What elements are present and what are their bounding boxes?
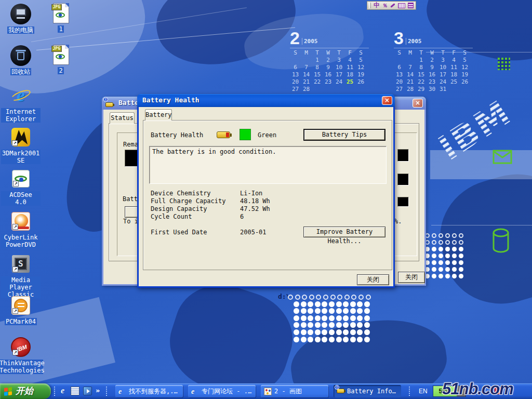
calendar-february: 2 2005 SMTWTFS12345678910111213141516171… — [290, 29, 369, 93]
calendar-day-cell: 13 — [394, 71, 405, 78]
calendar-day-cell: 1 — [416, 57, 427, 64]
desktop-icon-recycle-bin[interactable]: 回收站 — [1, 44, 41, 75]
start-button[interactable]: 开始 — [0, 383, 51, 399]
desktop-icon-thinkvantage[interactable]: ↗ThinkVantage Technologies — [1, 336, 41, 374]
desktop-icon-label: 我的电脑 — [7, 26, 34, 34]
jpg-1-icon — [53, 3, 69, 23]
calendar-day-cell: 27 — [290, 86, 301, 93]
battery-tips-button[interactable]: Battery Tips — [303, 129, 385, 141]
windows-flag-icon — [4, 387, 12, 396]
front-titlebar[interactable]: Battery Health × — [137, 94, 395, 107]
calendar-day-cell: 13 — [290, 71, 301, 78]
detail-row: Device ChemistryLi-Ion — [151, 188, 379, 196]
ime-language-bar[interactable]: 中 ％ — [367, 1, 416, 10]
calendar-day-cell: 9 — [427, 64, 437, 71]
desktop-icon-jpg-1[interactable]: 1 — [41, 2, 81, 33]
desktop-icon-3dmark2001-se[interactable]: ↗3DMark2001 SE — [1, 126, 41, 164]
quicklaunch-app-icon[interactable] — [71, 387, 79, 395]
calendar-day-header: M — [405, 49, 416, 57]
calendar-day-cell: 6 — [290, 64, 301, 71]
quicklaunch-overflow-chevron[interactable]: » — [96, 386, 100, 395]
condition-text: The battery is in good condition. — [150, 147, 386, 157]
back-close-button-bottom[interactable]: 关闭 — [398, 272, 425, 283]
calendar-day-header: T — [437, 49, 448, 57]
desktop-icon-internet-explorer[interactable]: Internet Explorer — [1, 84, 41, 123]
calendar-day-cell: 10 — [334, 64, 344, 71]
calendar-day-cell: 7 — [405, 64, 416, 71]
calendar-day-cell: 3 — [334, 57, 344, 64]
calendar-march: 3 2005 SMTWTFS12345678910111213141516171… — [394, 29, 473, 93]
ime-halfwidth-button[interactable]: ％ — [382, 2, 388, 9]
calendar-empty-cell — [301, 57, 312, 64]
desktop-icon-label: ACDSee 4.0 — [1, 191, 41, 206]
calendar-day-header: T — [312, 49, 323, 57]
calendar-day-cell: 4 — [448, 57, 459, 64]
desktop-icon-pcmark04[interactable]: ↗PCMark04 — [1, 294, 41, 325]
thinkvantage-icon: ↗ — [11, 337, 31, 357]
shortcut-arrow-icon: ↗ — [13, 181, 19, 187]
dot-pattern — [425, 231, 466, 278]
battery-icon: ! — [337, 388, 344, 395]
calendar-day-cell: 20 — [290, 78, 301, 86]
calendar-today-cell: 25 — [344, 78, 355, 86]
back-close-button[interactable]: × — [413, 99, 423, 108]
taskbar-button-4[interactable]: !Battery Infor... — [334, 385, 401, 397]
calendar-year: 2005 — [302, 38, 318, 45]
paint-icon — [264, 388, 272, 395]
desktop-icon-my-computer[interactable]: 我的电脑 — [1, 3, 41, 34]
calendar-day-cell: 26 — [459, 78, 470, 86]
taskbar-button-3[interactable]: 2 - 画图 — [261, 385, 328, 397]
taskbar-button-label: 专门网论坛 - ... — [202, 388, 252, 395]
calendar-day-cell: 30 — [427, 86, 437, 93]
improve-battery-health-button[interactable]: Improve Battery Health... — [303, 227, 385, 237]
calendar-day-cell: 23 — [427, 78, 437, 86]
desktop-icon-powerdvd[interactable]: ↗CyberLink PowerDVD — [1, 210, 41, 248]
back-tab-status[interactable]: Status — [110, 112, 135, 124]
battery-info-icon: ! — [105, 100, 113, 109]
calendar-day-cell: 21 — [405, 78, 416, 86]
quicklaunch-ie-icon[interactable]: e — [58, 387, 67, 395]
powerdvd-icon: ↗ — [11, 212, 30, 231]
start-label: 开始 — [16, 387, 33, 396]
taskbar-button-1[interactable]: e找不到服务器,... — [115, 385, 183, 397]
desktop-icon-acdsee[interactable]: ↗ACDSee 4.0 — [1, 167, 41, 206]
desktop-icon-mpc[interactable]: ↗Media Player Classic — [1, 252, 41, 298]
desktop-icon-jpg-2[interactable]: 2 — [41, 43, 81, 74]
calendar-day-cell: 7 — [301, 64, 312, 71]
ime-chinese-button[interactable]: 中 — [374, 2, 380, 9]
ime-pen-icon[interactable] — [390, 3, 395, 8]
front-dialog-face: Battery Battery Health Green Battery Tip… — [139, 107, 393, 286]
ime-grip[interactable] — [369, 3, 371, 8]
health-value: Green — [258, 131, 276, 139]
front-close-button[interactable]: × — [382, 96, 392, 105]
desktop-icon-label: ThinkVantage Technologies — [0, 360, 43, 374]
calendar-day-cell: 27 — [394, 86, 405, 93]
condition-textbox[interactable]: The battery is in good condition. — [149, 146, 387, 184]
calendar-day-cell: 12 — [459, 64, 470, 71]
calendar-month: 3 — [394, 30, 404, 46]
first-used-label: First Used Date — [151, 229, 240, 236]
calendar-day-header: F — [344, 49, 355, 57]
calendar-day-cell: 25 — [448, 78, 459, 86]
calendar-day-cell: 12 — [355, 64, 366, 71]
quicklaunch-media-icon[interactable] — [83, 387, 92, 395]
front-tab-battery[interactable]: Battery — [145, 109, 172, 121]
language-indicator[interactable]: EN — [419, 387, 428, 395]
ie-icon: e — [191, 388, 199, 395]
desktop-icon-label: 2 — [58, 67, 63, 74]
calendar-day-cell: 2 — [323, 57, 334, 64]
calendar-day-cell: 5 — [355, 57, 366, 64]
front-close-button-bottom[interactable]: 关闭 — [357, 274, 389, 285]
gauge-segment — [397, 174, 409, 185]
ime-keyboard-icon[interactable] — [398, 3, 405, 8]
mpc-icon: ↗ — [12, 255, 30, 273]
calendar-empty-cell — [290, 57, 301, 64]
calendar-day-cell: 20 — [394, 78, 405, 86]
calendar-day-cell: 1 — [312, 57, 323, 64]
taskbar-separator — [54, 386, 56, 396]
taskbar-button-2[interactable]: e专门网论坛 - ... — [188, 385, 256, 397]
3dmark2001-se-icon: ↗ — [11, 128, 30, 147]
calendar-day-cell: 17 — [334, 71, 344, 78]
ime-menu-icon[interactable] — [408, 3, 414, 8]
battery-details: Device ChemistryLi-IonFull Charge Capaci… — [151, 188, 379, 219]
